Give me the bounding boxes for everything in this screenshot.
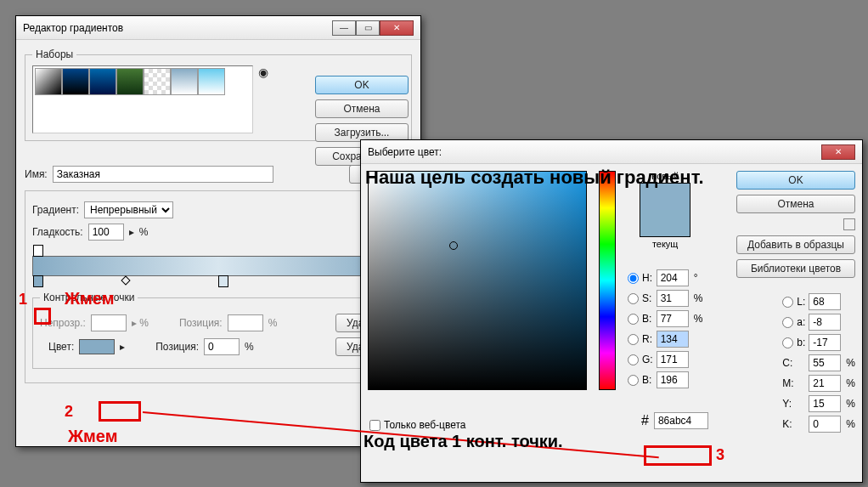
hex-input[interactable] (654, 412, 708, 429)
annotation-goal: Наша цель создать новый градиент. (365, 167, 704, 189)
c-input[interactable] (809, 354, 841, 371)
smoothness-input[interactable] (88, 224, 124, 241)
color-field[interactable] (368, 171, 587, 390)
hash-label: # (641, 413, 649, 428)
midpoint-icon[interactable] (121, 275, 130, 285)
a-radio[interactable] (782, 317, 793, 328)
window-title: Редактор градиентов (23, 22, 332, 34)
position-input-1 (228, 314, 263, 331)
name-label: Имя: (25, 168, 48, 180)
dropdown-arrow-icon[interactable]: ▸ (120, 341, 125, 353)
h-radio[interactable] (628, 273, 639, 284)
gradient-bar[interactable] (32, 256, 404, 276)
ok-button[interactable]: OK (315, 76, 409, 94)
annotation-number-2: 2 (65, 403, 73, 421)
bl-radio[interactable] (628, 375, 639, 386)
window-title: Выберите цвет: (368, 146, 821, 158)
position-label-2: Позиция: (155, 341, 199, 353)
color-lib-button[interactable]: Библиотеки цветов (736, 259, 855, 278)
gradient-type-select[interactable]: Непрерывный (84, 201, 173, 218)
web-only-checkbox[interactable] (369, 420, 380, 431)
close-icon[interactable]: ✕ (380, 20, 414, 36)
preset-swatch[interactable] (144, 68, 171, 95)
cancel-button[interactable]: Отмена (736, 195, 855, 213)
lab-b-radio[interactable] (782, 337, 793, 348)
annotation-press-2: Жмем (68, 427, 118, 446)
color-stop-1[interactable] (33, 275, 43, 287)
minimize-icon[interactable]: — (332, 20, 356, 36)
k-input[interactable] (809, 416, 841, 433)
color-label: Цвет: (48, 341, 74, 353)
ok-button[interactable]: OK (736, 171, 855, 190)
gradient-type-label: Градиент: (32, 204, 79, 216)
s-radio[interactable] (628, 293, 639, 304)
opacity-stop[interactable] (33, 245, 43, 257)
s-input[interactable] (657, 290, 689, 307)
l-radio[interactable] (782, 297, 793, 308)
cancel-button[interactable]: Отмена (315, 99, 409, 118)
annotation-number-1: 1 (19, 291, 27, 309)
position-label: Позиция: (179, 317, 223, 329)
a-input[interactable] (809, 314, 841, 331)
annotation-number-3: 3 (716, 446, 724, 464)
color-stop-2[interactable] (218, 275, 228, 287)
presets-label: Наборы (32, 48, 76, 60)
add-swatch-button[interactable]: Добавить в образцы (736, 235, 855, 254)
name-input[interactable] (53, 166, 273, 183)
preset-swatch[interactable] (198, 68, 225, 95)
preset-swatch[interactable] (116, 68, 144, 95)
close-icon[interactable]: ✕ (821, 144, 855, 160)
flyout-icon[interactable]: ◉ (258, 65, 268, 79)
current-label: текущ (652, 239, 679, 249)
annotation-press-1: Жмем (65, 289, 115, 309)
titlebar[interactable]: Выберите цвет: ✕ (361, 140, 862, 164)
preset-swatch[interactable] (171, 68, 198, 95)
titlebar[interactable]: Редактор градиентов — ▭ ✕ (16, 16, 420, 40)
annotation-code: Код цвета 1 конт. точки. (364, 432, 563, 451)
position-input-2[interactable] (204, 338, 240, 355)
g-radio[interactable] (628, 354, 639, 365)
preset-swatch[interactable] (89, 68, 116, 95)
preset-swatch[interactable] (35, 68, 62, 95)
opacity-input (91, 314, 127, 331)
bl-input[interactable] (657, 371, 689, 388)
m-input[interactable] (809, 375, 841, 392)
presets-list[interactable] (32, 65, 253, 133)
smoothness-label: Гладкость: (32, 226, 83, 238)
h-input[interactable] (657, 269, 689, 286)
hue-slider[interactable] (599, 171, 616, 390)
y-input[interactable] (809, 395, 841, 412)
maximize-icon[interactable]: ▭ (356, 20, 380, 36)
color-swatch[interactable] (79, 339, 115, 354)
r-radio[interactable] (628, 334, 639, 345)
l-input[interactable] (809, 293, 841, 310)
r-input[interactable] (657, 331, 689, 348)
b-radio[interactable] (628, 314, 639, 325)
warn-icon[interactable] (843, 218, 855, 230)
opacity-label: Непрозр.: (40, 317, 86, 329)
g-input[interactable] (657, 351, 689, 368)
lab-b-input[interactable] (809, 334, 841, 351)
web-only-label: Только веб-цвета (384, 419, 466, 431)
preset-swatch[interactable] (62, 68, 89, 95)
color-preview (640, 183, 690, 237)
dropdown-arrow-icon[interactable]: ▸ (129, 226, 134, 238)
bv-input[interactable] (657, 310, 689, 327)
picker-cursor-icon (449, 241, 458, 250)
